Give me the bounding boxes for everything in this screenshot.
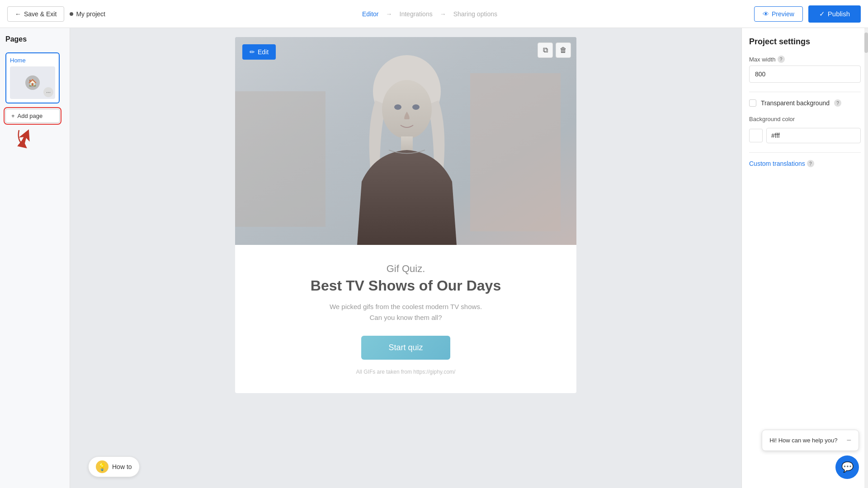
publish-label: Publish (828, 10, 850, 18)
svg-point-5 (394, 104, 401, 110)
arrow-left-icon: ← (15, 10, 21, 18)
plus-icon: + (11, 113, 15, 119)
page-card-home[interactable]: Home 🏠 ··· (5, 52, 60, 103)
bg-color-label: Background color (749, 116, 861, 122)
messenger-icon: 💬 (841, 461, 854, 473)
transparent-bg-checkbox[interactable] (749, 99, 756, 107)
chat-bubble: Hi! How can we help you? − (762, 430, 859, 451)
transparent-bg-label: Transparent background (761, 99, 830, 107)
publish-button[interactable]: ✓ Publish (808, 5, 861, 23)
checkmark-icon: ✓ (819, 10, 825, 18)
page-thumbnail: 🏠 ··· (10, 66, 55, 99)
quiz-title: Best TV Shows of Our Days (249, 277, 563, 294)
arrow-indicator (14, 127, 64, 151)
custom-translations-label: Custom translations (749, 160, 805, 167)
custom-translations-section: Custom translations ? (749, 160, 861, 167)
project-name: My project (70, 10, 105, 18)
divider-1 (749, 92, 861, 92)
svg-rect-7 (401, 136, 413, 152)
eye-icon: 👁 (763, 10, 769, 18)
transparent-bg-row: Transparent background ? (749, 99, 861, 107)
nav-right: 👁 Preview ✓ Publish (754, 5, 861, 23)
pencil-icon: ✏ (250, 48, 255, 56)
right-sidebar: Project settings Max width ? Transparent… (741, 28, 868, 488)
step-sharing[interactable]: Sharing options (453, 10, 497, 18)
page-card-label: Home (10, 57, 55, 64)
add-page-label: Add page (18, 113, 43, 119)
project-settings-title: Project settings (749, 37, 861, 47)
nav-steps: Editor → Integrations → Sharing options (362, 10, 497, 18)
edit-label: Edit (258, 48, 269, 56)
how-to-button[interactable]: 💡 How to (88, 456, 140, 477)
max-width-input[interactable] (749, 66, 861, 83)
svg-rect-2 (235, 91, 326, 227)
nav-left: ← Save & Exit My project (7, 6, 105, 22)
canvas-wrapper: ✏ Edit ⧉ 🗑 (235, 37, 576, 479)
divider-2 (749, 152, 861, 153)
more-options-icon[interactable]: ··· (43, 87, 53, 97)
chat-close-icon[interactable]: − (846, 436, 851, 445)
save-exit-button[interactable]: ← Save & Exit (7, 6, 64, 22)
quiz-content: Gif Quiz. Best TV Shows of Our Days We p… (235, 245, 576, 393)
color-input[interactable] (766, 128, 861, 143)
image-overlay (235, 37, 576, 245)
scrollbar-track (864, 28, 868, 488)
quiz-description: We picked gifs from the coolest modern T… (249, 301, 563, 323)
delete-button[interactable]: 🗑 (556, 42, 571, 58)
max-width-section: Max width ? (749, 56, 861, 83)
max-width-label: Max width ? (749, 56, 861, 63)
arrow-1: → (386, 10, 392, 18)
how-to-label: How to (112, 463, 132, 470)
background-color-section: Background color (749, 116, 861, 143)
chat-bubble-text: Hi! How can we help you? (769, 437, 837, 444)
step-editor[interactable]: Editor (362, 10, 379, 18)
chat-widget-button[interactable]: 💬 (835, 455, 859, 479)
save-exit-label: Save & Exit (24, 10, 57, 18)
center-canvas: ✏ Edit ⧉ 🗑 (70, 28, 741, 488)
background-figure (235, 37, 576, 245)
start-quiz-label: Start quiz (388, 343, 423, 352)
lightbulb-icon: 💡 (96, 460, 108, 473)
custom-translations-link[interactable]: Custom translations ? (749, 160, 861, 167)
main-layout: Pages Home 🏠 ··· + Add page (0, 28, 868, 488)
bg-color-row (749, 128, 861, 143)
quiz-image (235, 37, 576, 245)
quiz-subtitle: Gif Quiz. (249, 263, 563, 275)
scrollbar-thumb[interactable] (864, 33, 868, 53)
svg-point-4 (382, 80, 432, 139)
svg-point-6 (412, 104, 420, 110)
edit-button[interactable]: ✏ Edit (242, 44, 276, 60)
canvas-actions: ⧉ 🗑 (538, 42, 571, 58)
left-sidebar: Pages Home 🏠 ··· + Add page (0, 28, 70, 488)
arrow-2: → (440, 10, 446, 18)
quiz-footer: All GIFs are taken from https://giphy.co… (249, 369, 563, 375)
transparent-bg-info-icon[interactable]: ? (834, 99, 841, 107)
copy-button[interactable]: ⧉ (538, 42, 553, 58)
home-icon: 🏠 (25, 75, 40, 90)
project-dot (70, 12, 73, 16)
start-quiz-button[interactable]: Start quiz (361, 336, 450, 360)
preview-button[interactable]: 👁 Preview (754, 6, 803, 22)
transparent-bg-section: Transparent background ? (749, 99, 861, 107)
color-swatch[interactable] (749, 129, 763, 142)
step-integrations[interactable]: Integrations (400, 10, 433, 18)
top-navigation: ← Save & Exit My project Editor → Integr… (0, 0, 868, 28)
pages-title: Pages (5, 35, 64, 43)
preview-label: Preview (772, 10, 794, 18)
max-width-info-icon[interactable]: ? (778, 56, 785, 63)
svg-rect-1 (470, 73, 561, 231)
custom-translations-info-icon[interactable]: ? (807, 160, 814, 167)
add-page-button[interactable]: + Add page (5, 109, 60, 123)
